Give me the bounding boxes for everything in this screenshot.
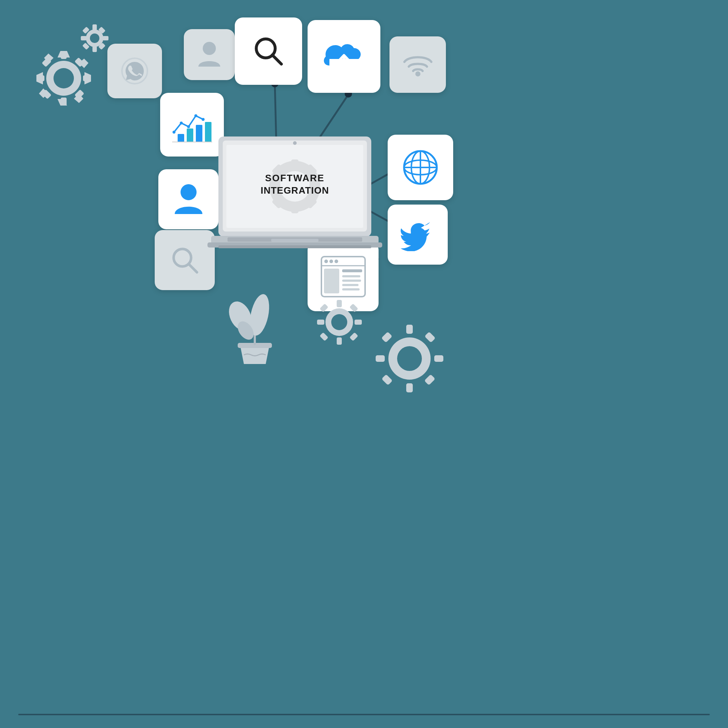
svg-rect-98 (424, 332, 435, 343)
search-bottom-card (155, 230, 215, 290)
svg-point-23 (90, 34, 99, 43)
svg-rect-27 (102, 36, 109, 40)
svg-point-69 (293, 141, 297, 145)
plant (209, 277, 300, 369)
analytics-icon (172, 107, 212, 143)
svg-point-37 (180, 122, 183, 124)
cloud-icon (320, 37, 368, 76)
svg-rect-96 (434, 355, 444, 362)
svg-rect-85 (219, 245, 371, 248)
connection-lines (0, 0, 728, 728)
search-bottom-icon (168, 244, 201, 277)
svg-rect-42 (187, 128, 193, 142)
gear-bottom-small-svg (311, 294, 368, 350)
laptop: SOFTWARE INTEGRATION (208, 135, 382, 260)
laptop-title-line2: INTEGRATION (261, 185, 329, 196)
svg-rect-73 (291, 159, 298, 170)
svg-rect-17 (83, 75, 91, 81)
whatsapp-card (107, 44, 162, 98)
svg-rect-100 (424, 374, 435, 385)
svg-rect-14 (61, 51, 67, 59)
svg-rect-95 (376, 355, 385, 362)
svg-point-58 (324, 260, 328, 263)
gear-bottom-small (311, 294, 368, 352)
twitter-icon (400, 219, 436, 251)
svg-rect-105 (317, 320, 324, 325)
svg-rect-26 (81, 36, 87, 40)
svg-rect-109 (320, 332, 328, 341)
svg-rect-15 (61, 98, 67, 106)
svg-rect-106 (355, 320, 362, 325)
laptop-svg: SOFTWARE INTEGRATION (208, 135, 382, 258)
svg-point-36 (173, 131, 176, 134)
whatsapp-icon (120, 57, 149, 86)
svg-point-39 (194, 114, 197, 117)
svg-rect-97 (381, 332, 392, 343)
wifi-card (390, 37, 446, 93)
globe-icon (401, 147, 440, 187)
svg-rect-65 (342, 284, 359, 286)
document-icon (320, 255, 367, 298)
gear-bottom-large-svg (368, 317, 451, 401)
svg-point-40 (202, 118, 205, 121)
svg-point-47 (415, 71, 421, 76)
svg-point-59 (329, 260, 333, 263)
svg-point-102 (331, 314, 347, 330)
svg-point-33 (203, 42, 216, 55)
search-top-card (235, 17, 302, 85)
bottom-line (18, 714, 710, 715)
svg-rect-61 (324, 269, 339, 294)
svg-rect-66 (342, 288, 359, 291)
cloud-card (307, 20, 380, 93)
user-left-icon (174, 183, 203, 216)
plant-svg (209, 277, 300, 368)
twitter-card (388, 205, 448, 265)
svg-point-60 (335, 260, 338, 263)
user-top-card (184, 29, 235, 80)
svg-rect-41 (177, 134, 184, 142)
svg-rect-24 (92, 24, 97, 30)
svg-rect-110 (349, 332, 358, 341)
laptop-title-line1: SOFTWARE (265, 173, 324, 184)
svg-rect-63 (342, 275, 360, 277)
search-top-icon (251, 33, 287, 70)
svg-rect-25 (92, 46, 97, 52)
svg-point-53 (180, 184, 197, 200)
svg-rect-93 (406, 325, 413, 334)
svg-rect-94 (406, 383, 413, 392)
svg-rect-99 (381, 374, 392, 385)
svg-rect-64 (342, 280, 361, 282)
svg-point-13 (54, 68, 74, 89)
globe-card (388, 135, 453, 200)
gear-bottom-large (368, 317, 451, 402)
main-scene: SOFTWARE INTEGRATION (0, 0, 728, 728)
svg-rect-16 (37, 75, 44, 81)
svg-rect-83 (271, 239, 318, 242)
svg-rect-107 (320, 304, 328, 312)
svg-point-38 (187, 125, 190, 128)
svg-rect-108 (349, 304, 358, 312)
svg-point-92 (397, 346, 422, 371)
user-top-icon (198, 41, 221, 69)
svg-rect-104 (337, 337, 342, 345)
wifi-icon (401, 50, 434, 80)
svg-line-35 (272, 55, 281, 64)
svg-rect-103 (337, 300, 342, 307)
svg-rect-62 (342, 269, 362, 272)
svg-rect-43 (196, 125, 202, 142)
svg-rect-74 (291, 203, 298, 213)
svg-line-55 (188, 264, 197, 272)
